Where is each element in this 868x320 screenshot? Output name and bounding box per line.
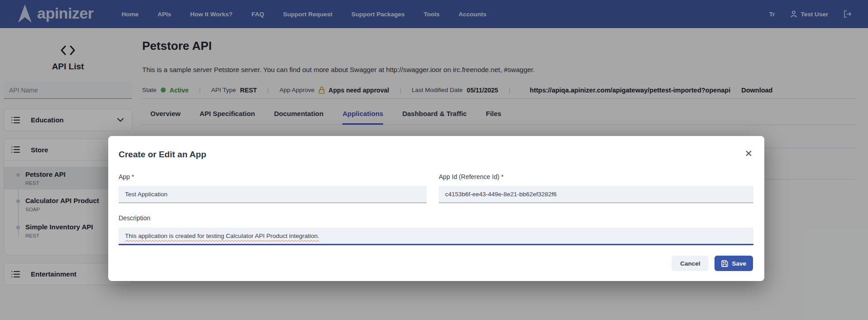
cancel-button[interactable]: Cancel [671,256,709,271]
save-disk-icon [721,260,728,267]
app-name-input[interactable] [119,186,427,203]
close-icon[interactable]: ✕ [744,149,753,158]
app-field-label: App * [119,173,427,180]
app-id-field-label: App Id (Reference Id) * [439,173,753,180]
save-button-label: Save [732,260,746,267]
description-text: This application is created for testing … [125,233,319,239]
create-edit-app-modal: Create or Edit an App ✕ App * App Id (Re… [108,136,764,281]
save-button[interactable]: Save [715,256,753,271]
description-input[interactable]: This application is created for testing … [119,228,753,245]
description-field-label: Description [119,214,150,222]
app-id-input[interactable] [439,186,753,203]
modal-title: Create or Edit an App [119,150,753,160]
